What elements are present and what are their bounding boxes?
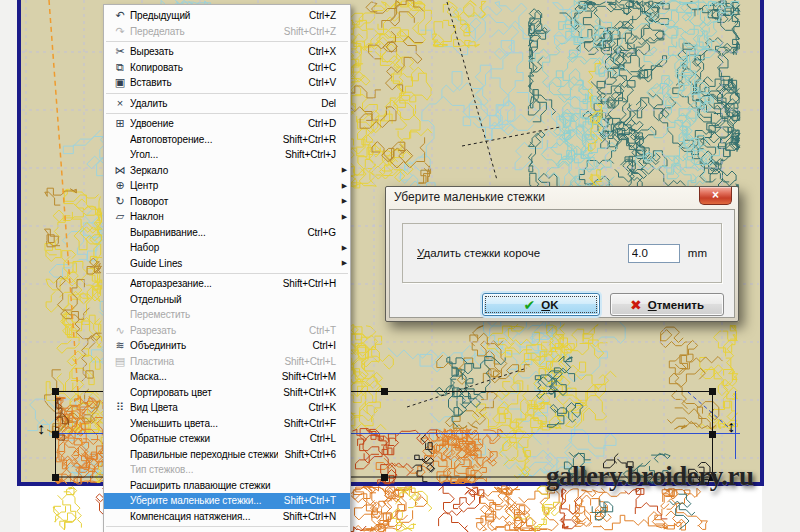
menu-item-duplicate[interactable]: ⊞УдвоениеCtrl+D [104,116,350,132]
menu-item-label: Правильные переходные стежки [130,449,278,460]
menu-item-label: Удвоение [130,118,302,129]
selection-handle[interactable] [709,388,716,395]
paste-icon: ▣ [110,77,130,88]
menu-item-redo: ↷ПеределатьShift+Ctrl+Z [104,24,350,40]
menu-item-guide-lines[interactable]: Guide Lines▶ [104,256,350,272]
menu-item-delete[interactable]: ×УдалитьDel [104,96,350,112]
menu-item-color-view[interactable]: ⠿Вид ЦветаCtrl+K [104,400,350,416]
menu-item-mask[interactable]: Маска...Shift+Ctrl+M [104,369,350,385]
menu-item-label: Тип стежков... [130,464,330,475]
menu-item-label: Обратные стежки [130,433,304,444]
menu-item-center[interactable]: ⊕Центр▶ [104,178,350,194]
menu-item-pull-compensation[interactable]: Компенсация натяжения...Shift+Ctrl+N [104,509,350,525]
menu-item-shortcut: Shift+Ctrl+N [283,511,336,522]
menu-item-label: Guide Lines [130,258,330,269]
menu-item-shortcut: Ctrl+G [307,227,336,238]
menu-separator [106,41,348,42]
selection-handle[interactable] [381,388,388,395]
menu-item-alignment[interactable]: Выравнивание...Ctrl+G [104,225,350,241]
menu-item-shortcut: Shift+Ctrl+6 [284,449,336,460]
selection-handle[interactable] [52,431,59,438]
copy-icon: ⧉ [110,62,130,73]
menu-item-autosplit[interactable]: Авторазрезание...Shift+Ctrl+H [104,276,350,292]
submenu-arrow-icon: ▶ [338,259,347,267]
skew-icon: ▱ [110,211,130,222]
menu-item-transition-stitches[interactable]: Правильные переходные стежкиShift+Ctrl+6 [104,447,350,463]
resize-cursor-right-icon: ↕ [727,419,735,435]
menu-item-label: Поворот [130,196,330,207]
remove-small-stitches-dialog: Уберите маленькие стежки × Удалить стежк… [385,186,739,322]
rotate-icon: ↻ [110,196,130,207]
menu-item-label: Уменьшить цвета... [130,418,278,429]
menu-item-autorepeat[interactable]: Автоповторение...Shift+Ctrl+R [104,132,350,148]
menu-item-shortcut: Shift+Ctrl+F [284,418,336,429]
menu-item-label: Маска... [130,371,276,382]
close-icon: × [712,188,719,202]
menu-item-shortcut: Shift+Ctrl+M [282,371,336,382]
menu-item-shortcut: Ctrl+V [309,77,336,88]
menu-item-move: Переместить [104,307,350,323]
menu-item-label: Компенсация натяжения... [130,511,277,522]
menu-item-label: Автоповторение... [130,134,277,145]
unit-label: mm [688,247,707,259]
watermark: gallery.broidery.ru [546,461,754,492]
close-button[interactable]: × [699,187,732,205]
resize-cursor-left-icon: ↕ [37,421,45,437]
check-icon: ✔ [524,298,536,312]
dialog-title: Уберите маленькие стежки [394,187,545,208]
menu-item-shortcut: Ctrl+X [309,46,336,57]
submenu-arrow-icon: ▶ [338,197,347,205]
menu-item-shortcut: Shift+Ctrl+R [283,134,336,145]
undo-icon: ↶ [110,10,130,21]
menu-item-skew[interactable]: ▱Наклон▶ [104,209,350,225]
menu-item-label: Копировать [130,62,302,73]
ok-button[interactable]: ✔ OK [482,293,600,316]
color-view-icon: ⠿ [110,402,130,413]
menu-item-label: Переделать [130,26,278,37]
menu-item-shortcut: Shift+Ctrl+K [283,387,336,398]
menu-item-remove-small-stitches[interactable]: Уберите маленькие стежки...Shift+Ctrl+T [104,493,350,509]
menu-item-separate[interactable]: Отдельный [104,292,350,308]
selection-handle[interactable] [52,388,59,395]
menu-item-label: Разрезать [130,325,303,336]
menu-item-reverse-stitches[interactable]: Обратные стежкиCtrl+L [104,431,350,447]
design-border-right [760,0,764,486]
menu-item-sort-color[interactable]: Сортировать цветShift+Ctrl+K [104,385,350,401]
menu-item-shortcut: Ctrl+T [309,325,336,336]
menu-item-plate: ▤ПластинаShift+Ctrl+L [104,354,350,370]
menu-item-label: Переместить [130,309,330,320]
menu-item-shortcut: Shift+Ctrl+Z [284,26,336,37]
selection-handle[interactable] [52,474,59,481]
selection-handle[interactable] [381,474,388,481]
menu-item-reduce-colors[interactable]: Уменьшить цвета...Shift+Ctrl+F [104,416,350,432]
menu-item-stitch-type: Тип стежков... [104,462,350,478]
menu-item-angle[interactable]: Угол...Shift+Ctrl+J [104,147,350,163]
menu-item-shortcut: Shift+Ctrl+L [284,356,336,367]
menu-item-label: Вид Цвета [130,402,303,413]
menu-item-set[interactable]: Набор▶ [104,240,350,256]
duplicate-icon: ⊞ [110,118,130,129]
menu-item-paste[interactable]: ▣ВставитьCtrl+V [104,75,350,91]
submenu-arrow-icon: ▶ [338,213,347,221]
menu-item-copy[interactable]: ⧉КопироватьCtrl+C [104,60,350,76]
stitch-length-input[interactable] [628,244,680,263]
menu-item-split: ∿РазрезатьCtrl+T [104,323,350,339]
menu-item-cut[interactable]: ✂ВырезатьCtrl+X [104,44,350,60]
menu-item-label: Расширить плавающие стежки [130,480,330,491]
menu-item-label: Выравнивание... [130,227,301,238]
mirror-icon: ⋈ [110,165,130,176]
menu-item-undo[interactable]: ↶ПредыдущийCtrl+Z [104,8,350,24]
menu-item-label: Удалить [130,98,315,109]
menu-item-mirror[interactable]: ⋈Зеркало▶ [104,163,350,179]
selection-handle[interactable] [709,431,716,438]
dialog-body: Удалить стежки короче mm ✔ OK ✖ Отменить [389,209,735,318]
menu-item-rotate[interactable]: ↻Поворот▶ [104,194,350,210]
menu-item-label: Наклон [130,211,330,222]
cancel-x-icon: ✖ [630,298,642,312]
cancel-button[interactable]: ✖ Отменить [610,293,724,316]
menu-item-extend-floating[interactable]: Расширить плавающие стежки [104,478,350,494]
menu-item-shortcut: Ctrl+L [310,433,336,444]
menu-item-label: Набор [130,242,330,253]
menu-item-join[interactable]: ≋ОбъединитьCtrl+I [104,338,350,354]
ok-button-label: OK [541,299,558,311]
